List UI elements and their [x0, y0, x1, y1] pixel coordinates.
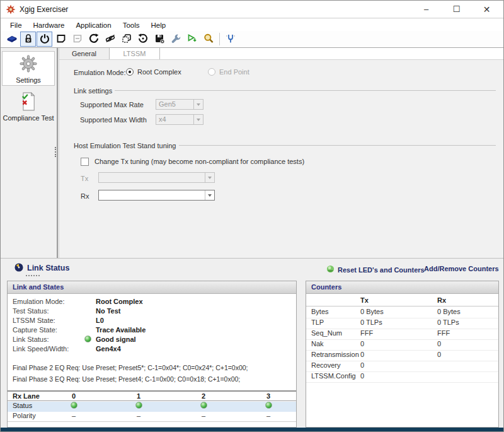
- add-remove-counters-button[interactable]: Add/Remove Counters: [424, 265, 499, 272]
- lane-polarity-value: –: [237, 412, 300, 419]
- note-icon: [55, 33, 67, 45]
- disconnect-icon: [105, 33, 116, 45]
- rx-label: Rx: [81, 192, 89, 200]
- tx-label: Tx: [81, 175, 88, 182]
- eq-phase2-line: Final Phase 2 EQ Req: Use Preset; Preset…: [13, 364, 248, 371]
- menu-hardware[interactable]: Hardware: [28, 20, 71, 30]
- sidebar-item-label: Compliance Test: [2, 114, 55, 122]
- reload-button[interactable]: [135, 32, 151, 47]
- reset-leds-counters-label: Reset LED's and Counters: [338, 266, 425, 274]
- menu-bar: File Hardware Application Tools Help: [1, 19, 503, 31]
- app-logo-icon: [6, 4, 16, 15]
- new-note-button[interactable]: [53, 32, 69, 47]
- counter-tx-value: 0: [360, 340, 364, 347]
- counter-tx-value: 0 TLPs: [360, 318, 382, 326]
- general-form: Emulation Mode: Root Complex End Point L…: [59, 60, 503, 258]
- configure-button[interactable]: [168, 32, 183, 47]
- save-settings-button[interactable]: [151, 32, 167, 47]
- menu-application[interactable]: Application: [70, 20, 117, 30]
- counters-rx-header: Rx: [437, 296, 446, 304]
- collapse-grip-icon[interactable]: [26, 275, 40, 277]
- wrench-icon: [170, 33, 181, 45]
- add-remove-counters-label: Add/Remove Counters: [424, 265, 499, 272]
- settings-panel: General LTSSM Emulation Mode: Root Compl…: [59, 48, 503, 258]
- root-complex-label: Root Complex: [137, 68, 181, 76]
- window-title: Xgig Exerciser: [20, 5, 68, 14]
- tuning-fork-icon: [225, 33, 236, 45]
- maximize-button[interactable]: ☐: [442, 1, 471, 18]
- link-and-states-header: Link and States: [8, 281, 296, 294]
- counter-label: Bytes: [311, 308, 329, 315]
- chevron-down-icon: [193, 115, 203, 124]
- sidebar-item-settings[interactable]: Settings: [2, 51, 55, 86]
- counter-label: Nak: [311, 340, 324, 347]
- lane-header-3: 3: [237, 392, 300, 400]
- root-complex-radio[interactable]: [126, 68, 134, 76]
- title-bar: Xgig Exerciser – ☐ ✕: [1, 1, 503, 18]
- menu-file[interactable]: File: [4, 20, 28, 30]
- tuning-button[interactable]: [222, 32, 238, 47]
- state-row-value: Gen4x4: [96, 345, 121, 353]
- counters-header: Counters: [306, 281, 498, 294]
- compliance-test-icon: [20, 105, 37, 112]
- max-rate-label: Supported Max Rate: [80, 101, 144, 108]
- eq-phase3-line: Final Phase 3 EQ Req: Use Preset; Preset…: [13, 375, 240, 383]
- disconnect-button[interactable]: [102, 32, 118, 47]
- max-width-select[interactable]: x4: [156, 114, 203, 125]
- max-rate-select[interactable]: Gen5: [156, 99, 203, 110]
- reset-leds-counters-button[interactable]: Reset LED's and Counters: [326, 265, 425, 274]
- link-status-title: Link Status: [27, 264, 69, 272]
- tuning-rule: [179, 145, 496, 146]
- restart-icon: [88, 33, 100, 45]
- counter-label: Recovery: [311, 361, 340, 369]
- hardware-button[interactable]: [4, 32, 20, 47]
- tab-general[interactable]: General: [59, 48, 110, 59]
- menu-tools[interactable]: Tools: [117, 20, 146, 30]
- state-row-value: L0: [96, 317, 104, 324]
- sidebar-item-compliance-test[interactable]: Compliance Test: [2, 90, 55, 127]
- lane-status-led: [107, 402, 170, 410]
- search-icon: [203, 33, 214, 45]
- counter-rx-value: 0 TLPs: [437, 318, 459, 326]
- tab-ltssm[interactable]: LTSSM: [110, 48, 160, 59]
- menu-help[interactable]: Help: [146, 20, 172, 30]
- run-button[interactable]: [184, 32, 200, 47]
- state-row-label: Emulation Mode:: [13, 298, 65, 305]
- lane-polarity-value: –: [42, 412, 105, 419]
- counter-label: LTSSM.Config: [311, 372, 356, 380]
- save-settings-icon: [154, 33, 165, 45]
- lock-settings-button[interactable]: [20, 32, 36, 47]
- state-row-value: Good signal: [96, 336, 136, 343]
- power-button[interactable]: [37, 32, 52, 47]
- tx-select[interactable]: [98, 172, 215, 183]
- end-point-radio[interactable]: [208, 68, 215, 76]
- state-row-label: Test Status:: [13, 307, 49, 315]
- state-row-label: Link Status:: [13, 336, 49, 343]
- rx-select[interactable]: [98, 190, 215, 201]
- search-button[interactable]: [200, 32, 216, 47]
- lane-status-led: [42, 402, 105, 410]
- toolbar: [1, 31, 503, 48]
- counter-rx-value: 0: [437, 351, 441, 358]
- lane-status-led: [237, 402, 300, 410]
- remove-note-button[interactable]: [69, 32, 85, 47]
- state-row-value: Root Complex: [96, 298, 143, 305]
- gauge-icon: [14, 263, 23, 273]
- end-point-label: End Point: [219, 68, 249, 76]
- minimize-button[interactable]: –: [412, 1, 440, 18]
- note-minus-icon: [72, 33, 83, 45]
- sidebar-item-label: Settings: [3, 76, 54, 84]
- close-button[interactable]: ✕: [472, 1, 501, 18]
- lane-header-0: 0: [42, 392, 105, 400]
- splitter-grip-icon[interactable]: [55, 147, 57, 157]
- copy-button[interactable]: [118, 32, 134, 47]
- restart-button[interactable]: [86, 32, 101, 47]
- lock-settings-icon: [23, 33, 34, 45]
- change-tx-tuning-checkbox[interactable]: [81, 158, 89, 166]
- counter-tx-value: FFF: [360, 329, 373, 337]
- power-icon: [39, 33, 50, 45]
- link-settings-title: Link settings: [74, 87, 112, 95]
- max-rate-value: Gen5: [159, 100, 176, 108]
- window-bottom-edge: [1, 428, 503, 432]
- copy-icon: [121, 33, 132, 45]
